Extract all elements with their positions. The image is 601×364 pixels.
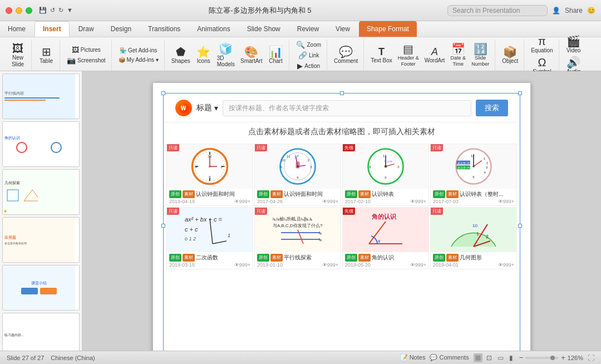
3dmodels-button[interactable]: 🧊 3DModels	[215, 42, 237, 68]
get-addins-button[interactable]: 🏪 Get Add-ins	[117, 46, 159, 55]
view-presenter[interactable]: ▮	[508, 353, 515, 362]
tab-slideshow[interactable]: Slide Show	[239, 21, 288, 37]
svg-text:W: W	[181, 105, 186, 111]
view-reading[interactable]: ▭	[496, 353, 505, 362]
more-icon[interactable]: ▼	[67, 7, 73, 14]
card-5[interactable]: 只读 ax² + bx + c = c + c o 1 2 1	[166, 207, 253, 269]
new-slide-icon: 🖼	[12, 43, 23, 54]
screenshot-button[interactable]: 📷 Screenshot	[65, 56, 108, 65]
card-8[interactable]: 只读 1 2 10	[430, 207, 517, 269]
my-addins-button[interactable]: 📦 My Add-ins ▾	[116, 56, 161, 64]
new-slide-button[interactable]: 🖼 New Slide	[8, 42, 28, 68]
save-icon[interactable]: 💾	[39, 7, 47, 14]
tag-original-4: 原创	[433, 190, 445, 198]
tab-draw[interactable]: Draw	[71, 21, 102, 37]
chart-button[interactable]: 📊 Chart	[265, 45, 285, 65]
maximize-button[interactable]	[26, 7, 32, 14]
search-input[interactable]: 按课件标题、作者名等关键字搜索	[223, 100, 471, 116]
slidenumber-icon: 🔢	[474, 43, 487, 55]
corner-resize-icon[interactable]: ⊿	[513, 350, 519, 351]
view-slide-sorter[interactable]: ⊡	[485, 353, 494, 362]
redo-icon[interactable]: ↻	[58, 7, 63, 14]
search-input-title[interactable]: Search in Presentation	[447, 5, 548, 16]
action-button[interactable]: ▶ Action	[295, 61, 322, 71]
notes-button[interactable]: 📝 Notes	[400, 354, 426, 361]
pictures-button[interactable]: 🖼 Pictures	[70, 45, 103, 55]
svg-point-16	[209, 165, 211, 168]
slide-thumb-26[interactable]: 26 练习题内容...	[2, 313, 80, 351]
svg-text:6: 6	[297, 175, 299, 179]
card-4[interactable]: 只读 12 1 2 3 4 6 9	[430, 144, 517, 206]
equation-button[interactable]: π Equation	[529, 35, 555, 55]
search-button[interactable]: 搜索	[476, 100, 508, 116]
comments-button[interactable]: 💬 Comments	[430, 354, 469, 361]
card-img-1: 12 3 6 9	[167, 144, 253, 189]
icons-button[interactable]: ⭐ Icons	[194, 45, 214, 65]
slide-thumb-21[interactable]: 21 平行线内容	[2, 73, 80, 119]
card-footer-4: 原创 素材 认识钟表（整时... 2017-07-03 👁999+	[431, 189, 516, 205]
tab-insert[interactable]: Insert	[35, 21, 70, 37]
tab-home[interactable]: Home	[0, 21, 33, 37]
slide-canvas[interactable]: W 标题 ▾ 按课件标题、作者名等关键字搜索 搜索 点击素材标题或者点击素材缩略…	[152, 82, 531, 351]
card-3[interactable]: 先领 12 3 6 9 半分钟	[342, 144, 429, 206]
slide-thumb-22[interactable]: 22 角的认识	[2, 121, 80, 167]
comments-label: Comments	[439, 354, 469, 361]
svg-text:2: 2	[308, 158, 310, 162]
tab-animations[interactable]: Animations	[189, 21, 238, 37]
wordart-icon: A	[431, 47, 438, 57]
object-button[interactable]: 📦 Object	[500, 45, 520, 65]
tab-transitions[interactable]: Transitions	[140, 21, 188, 37]
tab-shape-format[interactable]: Shape Format	[359, 21, 417, 37]
shapes-button[interactable]: ⬟ Shapes	[169, 45, 193, 65]
wordart-button[interactable]: A WordArt	[422, 46, 447, 65]
smartart-button[interactable]: 🎨 SmartArt	[238, 45, 264, 65]
share-label[interactable]: Share	[565, 7, 583, 14]
3dmodels-label: 3DModels	[217, 55, 235, 67]
card-7[interactable]: 先领 角的认识 θ	[342, 207, 429, 269]
ribbon-group-text: T Text Box ▤ Header & Footer A WordArt 📅…	[365, 40, 495, 71]
card-6[interactable]: 只读 l₁,l₂被l₀所截,且l₁∥l₂,l₁ 与A,B,C,D你发现了什么? …	[254, 207, 341, 269]
view-normal[interactable]: ⊞	[474, 353, 482, 362]
table-button[interactable]: ⊞ Table	[36, 45, 56, 65]
zoom-in-button[interactable]: +	[561, 353, 565, 362]
fit-window-button[interactable]: ⛶	[588, 354, 594, 362]
smartart-icon: 🎨	[244, 46, 258, 57]
badge-3: 先领	[343, 144, 355, 151]
card-title-3: 认识钟表	[372, 190, 394, 198]
header-button[interactable]: ▤ Header & Footer	[396, 42, 421, 68]
comment-button[interactable]: 💬 Comment	[332, 45, 360, 65]
undo-icon[interactable]: ↺	[50, 7, 55, 14]
search-dropdown[interactable]: 标题 ▾	[196, 103, 218, 113]
card-date-1: 2019-04-19	[169, 199, 195, 204]
tag-material-8: 素材	[446, 254, 459, 262]
card-title-5: 二次函数	[196, 254, 218, 262]
svg-text:3: 3	[310, 165, 312, 169]
close-button[interactable]	[6, 7, 12, 14]
tab-design[interactable]: Design	[103, 21, 139, 37]
dropdown-label: 标题	[196, 103, 212, 113]
datetime-button[interactable]: 📅 Date & Time	[448, 42, 468, 68]
symbol-icon: Ω	[538, 57, 546, 68]
tab-view[interactable]: View	[328, 21, 358, 37]
slide-thumb-24[interactable]: 24 应用题 多边形内角和应用	[2, 217, 80, 263]
tag-material-3: 素材	[358, 190, 371, 198]
zoom-out-button[interactable]: −	[519, 353, 524, 362]
video-button[interactable]: 🎬 Video	[564, 35, 584, 55]
zoom-slider[interactable]	[525, 357, 559, 359]
notes-label: Notes	[410, 354, 426, 361]
minimize-button[interactable]	[16, 7, 22, 14]
card-2[interactable]: 只读 12 9 11 10 2 3 6	[254, 144, 341, 206]
tag-material-1: 素材	[183, 190, 195, 198]
object-label: Object	[502, 58, 518, 64]
link-button[interactable]: 🔗 Link	[296, 51, 321, 60]
slidenumber-button[interactable]: 🔢 Slide Number	[469, 42, 491, 68]
textbox-button[interactable]: T Text Box	[368, 46, 394, 65]
slide-thumb-25[interactable]: 25 课堂小结	[2, 265, 80, 311]
share-icon[interactable]: 👤	[552, 7, 560, 14]
account-icon[interactable]: 😊	[587, 7, 595, 14]
zoom-button[interactable]: 🔍 Zoom	[294, 40, 323, 50]
slide-thumb-23[interactable]: 23 几何探索 ★	[2, 169, 80, 215]
svg-text:1: 1	[228, 233, 230, 238]
tab-review[interactable]: Review	[289, 21, 327, 37]
card-1[interactable]: 只读 12	[166, 144, 253, 206]
